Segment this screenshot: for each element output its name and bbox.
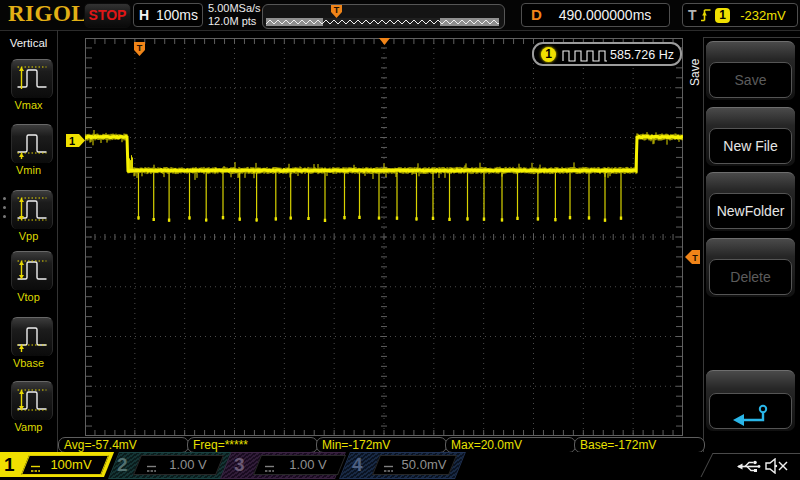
status-icons-area (713, 453, 800, 478)
dc-coupling-icon (383, 459, 394, 477)
scroll-dot (3, 197, 6, 200)
channel3-number: 3 (234, 452, 245, 477)
vamp-label: Vamp (0, 421, 57, 433)
run-state-button[interactable]: STOP (84, 3, 131, 28)
rising-edge-icon (700, 7, 712, 23)
timebase-label: H (139, 7, 149, 23)
vbase-icon (15, 321, 49, 353)
measurement-freq: Freq=***** (187, 437, 318, 453)
menu-button-back[interactable] (706, 370, 795, 431)
vtop-label: Vtop (0, 291, 57, 303)
memory-position-bar[interactable]: T (262, 4, 505, 29)
vpp-icon (15, 194, 49, 226)
freq-channel-badge: 1 (541, 47, 556, 62)
channel-status-bar: 1 100mV 2 1.00 V 3 1.00 V 4 50.0mV (0, 452, 800, 477)
memory-trigger-marker: T (331, 5, 342, 18)
measurement-max: Max=20.0mV (445, 437, 576, 453)
dc-coupling-icon (30, 459, 41, 477)
measure-sidebar: Vertical Vmax Vmin Vpp Vtop Vbase Vamp (0, 30, 58, 452)
measurement-base: Base=-172mV (574, 437, 705, 453)
speaker-muted-icon (765, 458, 789, 478)
scroll-dot (3, 206, 6, 209)
memory-depth: 12.0M pts (208, 15, 261, 28)
channel1-level-marker[interactable]: 1 (66, 134, 85, 147)
trigger-position-marker[interactable]: T (134, 42, 145, 56)
sidebar-item-vtop[interactable] (11, 251, 53, 290)
measurement-min: Min=-172mV (316, 437, 447, 453)
sample-rate: 5.00MSa/s (208, 2, 261, 15)
delay-label: D (531, 6, 542, 23)
menu-tab: Save (688, 42, 703, 102)
vtop-icon (15, 255, 49, 287)
rigol-logo: RIGOL (8, 1, 87, 27)
timebase-value: 100ms (154, 7, 200, 23)
menu-button-new-file[interactable]: New File (706, 107, 795, 166)
top-status-bar: RIGOL STOP H 100ms 5.00MSa/s 12.0M pts T… (0, 0, 800, 31)
vpp-label: Vpp (0, 230, 57, 242)
delay-value: 490.000000ms (546, 7, 664, 23)
vmin-icon (15, 128, 49, 160)
sidebar-item-vamp[interactable] (11, 381, 53, 420)
channel2-number: 2 (117, 452, 128, 477)
measurement-avg: Avg=-57.4mV (58, 437, 189, 453)
waveform-display (85, 38, 683, 436)
trigger-delay-box[interactable]: D 490.000000ms (521, 3, 670, 27)
vmax-label: Vmax (0, 99, 57, 111)
return-arrow-icon (730, 403, 772, 419)
svg-text:1: 1 (69, 135, 75, 147)
svg-text:T: T (334, 5, 340, 15)
sidebar-item-vbase[interactable] (11, 317, 53, 356)
oscilloscope-screen: RIGOL STOP H 100ms 5.00MSa/s 12.0M pts T… (0, 0, 800, 480)
frequency-counter: 1 585.726 Hz (532, 42, 682, 66)
channel3-scale: 1.00 V (280, 457, 336, 472)
channel1-number: 1 (4, 452, 15, 477)
trigger-level-value: -232mV (732, 8, 794, 23)
freq-value: 585.726 Hz (610, 48, 680, 62)
pulse-train-icon (562, 48, 608, 66)
channel4-number: 4 (352, 452, 363, 477)
vmin-label: Vmin (0, 164, 57, 176)
acquisition-info: 5.00MSa/s 12.0M pts (208, 2, 261, 28)
menu-button-delete[interactable]: Delete (706, 238, 795, 297)
memory-waveform (266, 18, 499, 26)
sidebar-item-vmax[interactable] (11, 59, 53, 98)
sidebar-title: Vertical (0, 37, 57, 49)
memory-band (266, 18, 499, 26)
trigger-source-badge: 1 (715, 8, 730, 23)
trigger-label: T (688, 7, 697, 23)
scroll-dot (3, 215, 6, 218)
vamp-icon (15, 385, 49, 417)
channel1-scale: 100mV (42, 457, 100, 472)
channel2-scale: 1.00 V (160, 457, 216, 472)
soft-menu: Save Save New File NewFolder Delete (688, 37, 800, 453)
dc-coupling-icon (264, 459, 275, 477)
menu-button-save[interactable]: Save (706, 41, 795, 100)
horizontal-reference-marker (379, 38, 390, 45)
status-area-edge (700, 453, 714, 477)
trigger-status-box[interactable]: T 1 -232mV (682, 3, 798, 27)
svg-text:T: T (137, 43, 143, 53)
channel4-scale: 50.0mV (396, 457, 452, 472)
menu-button-newfolder[interactable]: NewFolder (706, 172, 795, 231)
horizontal-timebase-box[interactable]: H 100ms (133, 3, 203, 27)
vbase-label: Vbase (0, 357, 57, 369)
sidebar-item-vmin[interactable] (11, 124, 53, 163)
usb-icon (735, 459, 761, 478)
dc-coupling-icon (146, 459, 157, 477)
vmax-icon (15, 63, 49, 95)
sidebar-item-vpp[interactable] (11, 190, 53, 229)
